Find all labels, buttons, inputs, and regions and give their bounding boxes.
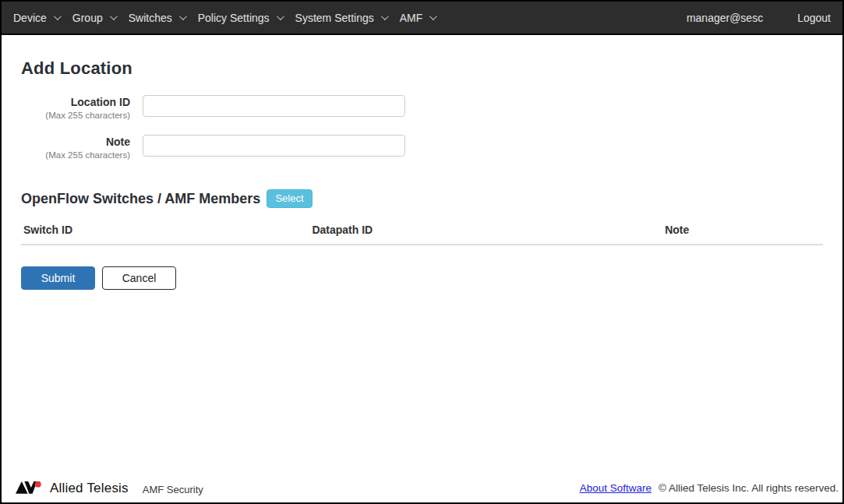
column-datapath-id: Datapath ID bbox=[309, 219, 662, 245]
form-row-note: Note (Max 255 characters) bbox=[21, 135, 823, 160]
page-title: Add Location bbox=[21, 58, 823, 79]
note-hint: (Max 255 characters) bbox=[21, 150, 130, 160]
nav-menu: Device Group Switches Policy Settings Sy… bbox=[13, 9, 435, 27]
app-window: Device Group Switches Policy Settings Sy… bbox=[0, 0, 844, 504]
about-software-link[interactable]: About Software bbox=[580, 482, 652, 494]
label-column: Note (Max 255 characters) bbox=[21, 135, 130, 160]
nav-item-policy-settings[interactable]: Policy Settings bbox=[198, 9, 282, 27]
brand-block: Allied Telesis AMF Security bbox=[16, 480, 203, 496]
footer-right: About Software © Allied Telesis Inc. All… bbox=[580, 482, 839, 494]
cancel-button[interactable]: Cancel bbox=[102, 266, 176, 290]
location-id-input[interactable] bbox=[143, 95, 405, 117]
add-location-form: Location ID (Max 255 characters) Note (M… bbox=[21, 95, 823, 160]
column-note: Note bbox=[662, 219, 823, 245]
form-row-location-id: Location ID (Max 255 characters) bbox=[21, 95, 823, 120]
location-id-hint: (Max 255 characters) bbox=[21, 111, 130, 120]
top-navbar: Device Group Switches Policy Settings Sy… bbox=[2, 2, 842, 35]
members-section-header: OpenFlow Switches / AMF Members Select bbox=[21, 189, 823, 208]
members-table: Switch ID Datapath ID Note bbox=[21, 219, 823, 245]
chevron-down-icon bbox=[277, 12, 284, 20]
brand-name: Allied Telesis bbox=[50, 481, 129, 496]
footer: Allied Telesis AMF Security About Softwa… bbox=[2, 480, 842, 502]
form-actions: Submit Cancel bbox=[21, 266, 823, 290]
nav-item-label: Policy Settings bbox=[198, 12, 270, 24]
note-label: Note bbox=[21, 136, 130, 148]
column-switch-id: Switch ID bbox=[21, 219, 309, 245]
select-members-button[interactable]: Select bbox=[267, 189, 312, 208]
nav-item-group[interactable]: Group bbox=[72, 9, 115, 27]
nav-item-label: System Settings bbox=[295, 12, 374, 24]
chevron-down-icon bbox=[429, 12, 437, 20]
note-input[interactable] bbox=[143, 135, 405, 157]
label-column: Location ID (Max 255 characters) bbox=[21, 95, 130, 120]
members-table-header: Switch ID Datapath ID Note bbox=[21, 219, 823, 245]
copyright-text: © Allied Telesis Inc. All rights reserve… bbox=[659, 482, 839, 494]
logged-in-user: manager@sesc bbox=[687, 12, 763, 24]
nav-item-label: Device bbox=[13, 12, 47, 24]
chevron-down-icon bbox=[54, 12, 62, 20]
members-section-title: OpenFlow Switches / AMF Members bbox=[21, 191, 260, 207]
nav-item-system-settings[interactable]: System Settings bbox=[295, 9, 387, 27]
product-name: AMF Security bbox=[143, 481, 203, 495]
chevron-down-icon bbox=[179, 12, 187, 20]
nav-item-label: AMF bbox=[400, 12, 423, 24]
location-id-label: Location ID bbox=[21, 96, 130, 108]
nav-item-device[interactable]: Device bbox=[13, 9, 59, 27]
nav-item-switches[interactable]: Switches bbox=[129, 9, 185, 27]
nav-item-label: Switches bbox=[129, 12, 172, 24]
nav-item-label: Group bbox=[72, 12, 103, 24]
submit-button[interactable]: Submit bbox=[21, 266, 95, 290]
chevron-down-icon bbox=[381, 12, 389, 20]
chevron-down-icon bbox=[110, 12, 118, 20]
allied-telesis-logo-icon bbox=[16, 480, 44, 496]
nav-item-amf[interactable]: AMF bbox=[400, 9, 436, 27]
main-content: Add Location Location ID (Max 255 charac… bbox=[2, 35, 842, 480]
nav-right: manager@sesc Logout bbox=[687, 12, 831, 24]
table-header-row: Switch ID Datapath ID Note bbox=[21, 219, 823, 245]
logout-button[interactable]: Logout bbox=[797, 12, 831, 24]
